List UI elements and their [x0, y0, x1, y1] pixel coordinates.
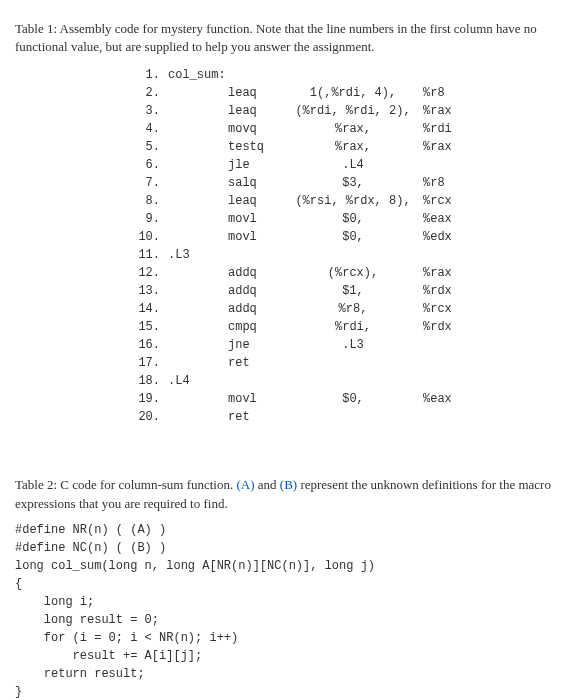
asm-arg2: %r8 [423, 84, 473, 102]
asm-row: 17.ret [125, 354, 571, 372]
asm-arg1: %r8, [283, 300, 423, 318]
asm-label [168, 228, 228, 246]
line-number: 7. [125, 174, 168, 192]
asm-arg1: %rax, [283, 120, 423, 138]
table2-caption-mid: and [255, 477, 280, 492]
asm-arg1 [283, 408, 423, 426]
asm-opcode: leaq [228, 102, 283, 120]
asm-opcode: ret [228, 354, 283, 372]
asm-label [168, 156, 228, 174]
line-number: 18. [125, 372, 168, 390]
asm-opcode: movq [228, 120, 283, 138]
asm-row: 8.leaq(%rsi, %rdx, 8),%rcx [125, 192, 571, 210]
line-number: 11. [125, 246, 168, 264]
asm-arg2: %rax [423, 102, 473, 120]
asm-label [168, 84, 228, 102]
asm-arg1: (%rdi, %rdi, 2), [283, 102, 423, 120]
asm-row: 12.addq(%rcx),%rax [125, 264, 571, 282]
asm-arg1: .L3 [283, 336, 423, 354]
asm-row: 3.leaq(%rdi, %rdi, 2),%rax [125, 102, 571, 120]
asm-arg1 [283, 246, 423, 264]
asm-arg2: %rdx [423, 282, 473, 300]
asm-row: 15.cmpq%rdi,%rdx [125, 318, 571, 336]
asm-opcode: addq [228, 300, 283, 318]
asm-label [168, 138, 228, 156]
asm-arg2: %eax [423, 210, 473, 228]
asm-opcode: movl [228, 390, 283, 408]
asm-opcode: testq [228, 138, 283, 156]
asm-arg1: (%rcx), [283, 264, 423, 282]
asm-label [168, 408, 228, 426]
asm-arg2 [423, 156, 473, 174]
line-number: 9. [125, 210, 168, 228]
asm-arg2: %rax [423, 264, 473, 282]
line-number: 1. [125, 66, 168, 84]
asm-opcode [228, 372, 283, 390]
asm-label [168, 174, 228, 192]
asm-arg2: %rcx [423, 300, 473, 318]
asm-arg2: %rdx [423, 318, 473, 336]
asm-arg2 [423, 408, 473, 426]
asm-arg2 [423, 336, 473, 354]
line-number: 13. [125, 282, 168, 300]
line-number: 15. [125, 318, 168, 336]
asm-arg1: %rdi, [283, 318, 423, 336]
asm-row: 18..L4 [125, 372, 571, 390]
asm-arg2: %r8 [423, 174, 473, 192]
line-number: 10. [125, 228, 168, 246]
asm-arg1: (%rsi, %rdx, 8), [283, 192, 423, 210]
asm-opcode: jne [228, 336, 283, 354]
asm-opcode: leaq [228, 192, 283, 210]
c-code-listing: #define NR(n) ( (A) ) #define NC(n) ( (B… [15, 521, 571, 700]
asm-opcode: addq [228, 282, 283, 300]
asm-arg2: %eax [423, 390, 473, 408]
asm-label [168, 120, 228, 138]
asm-opcode: movl [228, 228, 283, 246]
asm-arg2: %rdi [423, 120, 473, 138]
asm-arg2: %rcx [423, 192, 473, 210]
asm-row: 13.addq$1,%rdx [125, 282, 571, 300]
asm-row: 14.addq%r8,%rcx [125, 300, 571, 318]
asm-arg1: $3, [283, 174, 423, 192]
asm-label [168, 192, 228, 210]
asm-row: 19.movl$0,%eax [125, 390, 571, 408]
asm-arg2 [423, 66, 473, 84]
line-number: 20. [125, 408, 168, 426]
asm-label [168, 336, 228, 354]
asm-label [168, 282, 228, 300]
asm-label [168, 354, 228, 372]
asm-opcode: leaq [228, 84, 283, 102]
placeholder-B: (B) [280, 477, 297, 492]
asm-label [168, 210, 228, 228]
table2-caption-pre: Table 2: C code for column-sum function. [15, 477, 236, 492]
asm-arg2: %edx [423, 228, 473, 246]
asm-label [168, 300, 228, 318]
asm-arg1: %rax, [283, 138, 423, 156]
line-number: 3. [125, 102, 168, 120]
line-number: 6. [125, 156, 168, 174]
asm-label: .L4 [168, 372, 228, 390]
asm-arg1: $0, [283, 210, 423, 228]
asm-row: 5.testq%rax,%rax [125, 138, 571, 156]
line-number: 4. [125, 120, 168, 138]
asm-arg1 [283, 372, 423, 390]
line-number: 19. [125, 390, 168, 408]
line-number: 5. [125, 138, 168, 156]
table1-caption: Table 1: Assembly code for mystery funct… [15, 20, 571, 56]
asm-arg1 [283, 354, 423, 372]
asm-opcode: jle [228, 156, 283, 174]
asm-row: 1.col_sum: [125, 66, 571, 84]
placeholder-A: (A) [236, 477, 254, 492]
asm-arg1: 1(,%rdi, 4), [283, 84, 423, 102]
asm-arg2 [423, 354, 473, 372]
asm-row: 4.movq%rax,%rdi [125, 120, 571, 138]
asm-arg1: $1, [283, 282, 423, 300]
line-number: 8. [125, 192, 168, 210]
asm-row: 2.leaq1(,%rdi, 4),%r8 [125, 84, 571, 102]
asm-opcode: movl [228, 210, 283, 228]
asm-row: 6.jle.L4 [125, 156, 571, 174]
asm-row: 11..L3 [125, 246, 571, 264]
asm-arg1: $0, [283, 228, 423, 246]
asm-row: 16.jne.L3 [125, 336, 571, 354]
asm-row: 10.movl$0,%edx [125, 228, 571, 246]
